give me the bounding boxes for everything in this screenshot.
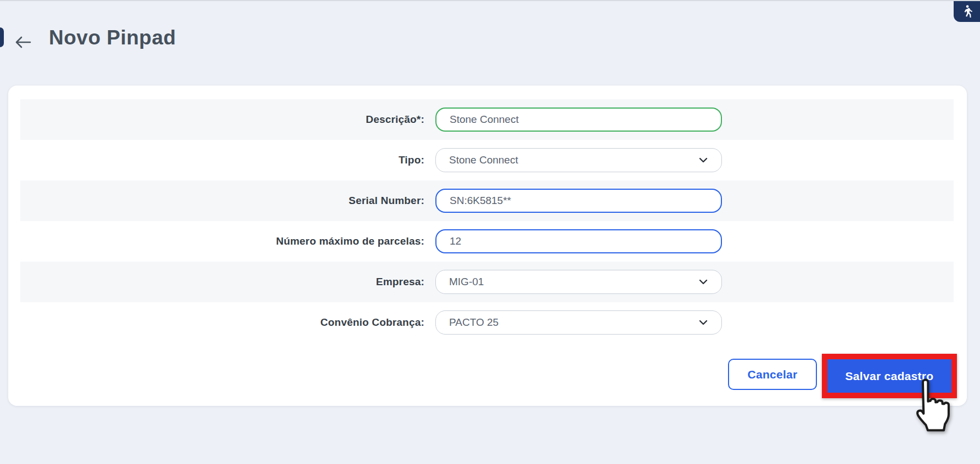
empresa-selected-value: MIG-01: [449, 276, 484, 288]
page-title: Novo Pinpad: [49, 26, 176, 49]
descricao-label: Descrição*:: [20, 114, 424, 126]
form-rows: Descrição*: Tipo: Stone Connect Serial N…: [20, 99, 954, 343]
form-row-convenio: Convênio Cobrança: PACTO 25: [20, 302, 954, 343]
sidebar-edge-tab[interactable]: [0, 27, 4, 47]
back-button[interactable]: [15, 34, 31, 50]
serial-number-label: Serial Number:: [20, 195, 424, 207]
cancel-button[interactable]: Cancelar: [728, 359, 817, 390]
form-row-parcelas: Número máximo de parcelas:: [20, 221, 954, 262]
empresa-label: Empresa:: [20, 276, 424, 288]
accessibility-button[interactable]: [954, 1, 980, 22]
form-row-descricao: Descrição*:: [20, 99, 954, 140]
parcelas-input[interactable]: [435, 229, 722, 253]
save-button[interactable]: Salvar cadastro: [827, 359, 951, 393]
form-row-empresa: Empresa: MIG-01: [20, 262, 954, 302]
walking-person-icon: [961, 4, 973, 19]
serial-number-input[interactable]: [435, 189, 722, 213]
convenio-label: Convênio Cobrança:: [20, 316, 424, 329]
convenio-selected-value: PACTO 25: [449, 316, 499, 329]
form-row-serial-number: Serial Number:: [20, 180, 954, 221]
arrow-left-icon: [15, 36, 31, 49]
descricao-input[interactable]: [435, 107, 722, 132]
tipo-label: Tipo:: [20, 154, 424, 166]
form-card: Descrição*: Tipo: Stone Connect Serial N…: [8, 86, 967, 406]
tipo-selected-value: Stone Connect: [449, 154, 518, 166]
tutorial-highlight-box: Salvar cadastro: [822, 354, 957, 398]
tipo-select[interactable]: Stone Connect: [435, 148, 722, 172]
parcelas-label: Número máximo de parcelas:: [20, 235, 424, 247]
form-row-tipo: Tipo: Stone Connect: [20, 140, 954, 180]
empresa-select[interactable]: MIG-01: [435, 270, 722, 294]
convenio-select[interactable]: PACTO 25: [435, 310, 722, 335]
